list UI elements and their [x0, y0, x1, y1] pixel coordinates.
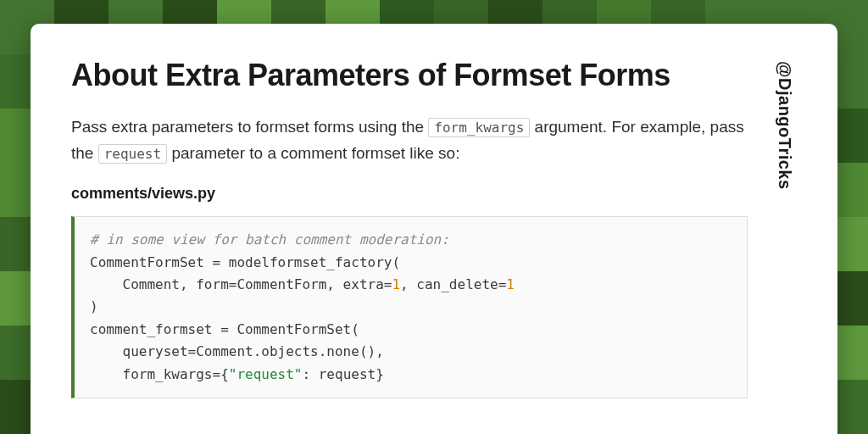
author-handle: @DjangoTricks	[775, 58, 794, 190]
inline-code-form-kwargs: form_kwargs	[428, 118, 530, 137]
side-column: @DjangoTricks	[771, 58, 797, 434]
code-line: queryset=Comment.objects.none(),	[90, 343, 384, 359]
page-title: About Extra Parameters of Formset Forms	[71, 58, 748, 92]
code-line: comment_formset = CommentFormSet(	[90, 321, 359, 337]
code-line: : request}	[302, 366, 383, 382]
code-number: 1	[392, 276, 400, 292]
file-label: comments/views.py	[71, 185, 748, 203]
intro-text-1: Pass extra parameters to formset forms u…	[71, 118, 428, 136]
inline-code-request: request	[98, 144, 167, 164]
code-block: # in some view for batch comment moderat…	[71, 216, 748, 398]
code-line: , can_delete=	[400, 276, 506, 292]
code-line: CommentFormSet = modelformset_factory(	[90, 254, 400, 270]
main-column: About Extra Parameters of Formset Forms …	[71, 58, 748, 434]
code-number: 1	[506, 276, 515, 292]
code-string: "request"	[229, 366, 303, 382]
code-comment: # in some view for batch comment moderat…	[90, 231, 449, 248]
intro-paragraph: Pass extra parameters to formset forms u…	[71, 114, 748, 166]
intro-text-3: parameter to a comment formset like so:	[167, 144, 459, 162]
code-line: form_kwargs={	[90, 366, 229, 382]
code-line: Comment, form=CommentForm, extra=	[90, 276, 392, 292]
content-card: About Extra Parameters of Formset Forms …	[31, 24, 837, 434]
code-line: )	[90, 298, 98, 314]
